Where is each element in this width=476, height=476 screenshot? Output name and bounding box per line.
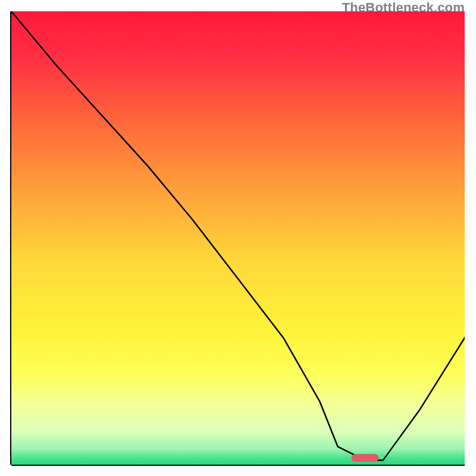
x-axis [11,465,465,466]
y-axis [10,11,11,465]
chart-container: TheBottleneck.com [0,0,476,476]
plot-area [11,11,465,465]
chart-lines [11,11,465,465]
